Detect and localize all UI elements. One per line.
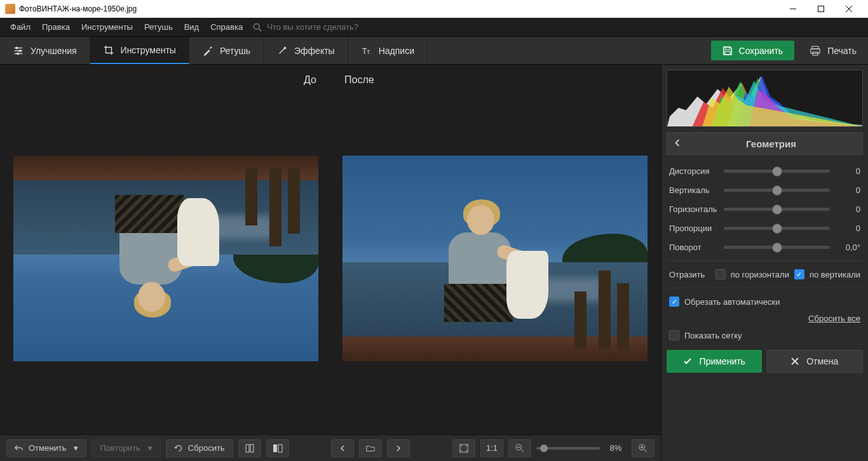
zoom-in-button[interactable] xyxy=(632,439,654,457)
tab-tools[interactable]: Инструменты xyxy=(90,37,189,64)
menu-retouch[interactable]: Ретушь xyxy=(139,20,178,34)
minimize-button[interactable] xyxy=(779,0,807,18)
after-view: После xyxy=(336,71,654,428)
tab-enhance-label: Улучшения xyxy=(31,46,77,56)
chevron-left-icon xyxy=(674,139,681,147)
save-label: Сохранить xyxy=(739,46,783,56)
slider-horizontal-track[interactable] xyxy=(724,208,830,211)
flip-horizontal-label: по горизонтали xyxy=(731,270,789,279)
slider-distortion-track[interactable] xyxy=(724,170,830,173)
history-button[interactable] xyxy=(238,439,261,457)
nav-next-button[interactable] xyxy=(387,439,410,457)
slider-proportions-value[interactable]: 0 xyxy=(835,224,860,233)
menu-search[interactable] xyxy=(253,22,394,32)
search-input[interactable] xyxy=(267,22,394,32)
menu-view[interactable]: Вид xyxy=(179,20,205,34)
undo-icon xyxy=(15,444,24,453)
tab-effects[interactable]: Эффекты xyxy=(264,37,348,64)
tab-tools-label: Инструменты xyxy=(121,45,176,55)
panel-back-button[interactable] xyxy=(674,139,686,149)
zoom-in-icon xyxy=(639,444,648,453)
panel-header: Геометрия xyxy=(667,132,863,155)
slider-rotate: Поворот 0,0° xyxy=(667,237,863,257)
cancel-button[interactable]: Отмена xyxy=(767,350,864,373)
before-view: До xyxy=(6,71,325,428)
print-label: Печать xyxy=(827,46,857,56)
slider-distortion-label: Дисторсия xyxy=(669,166,719,176)
reset-button[interactable]: Сбросить xyxy=(166,439,233,457)
redo-button[interactable]: Повторить▾ xyxy=(92,439,160,457)
slider-rotate-value[interactable]: 0,0° xyxy=(835,243,860,252)
slider-vertical: Вертикаль 0 xyxy=(667,180,863,199)
zoom-out-button[interactable] xyxy=(508,439,531,457)
svg-point-4 xyxy=(254,23,260,29)
autocrop-label: Обрезать автоматически xyxy=(684,297,780,307)
after-image[interactable] xyxy=(342,156,648,361)
slider-distortion-value[interactable]: 0 xyxy=(835,166,860,176)
tab-enhance[interactable]: Улучшения xyxy=(0,37,90,64)
menu-file[interactable]: Файл xyxy=(5,20,36,34)
compare-button[interactable] xyxy=(266,439,289,457)
slider-horizontal-value[interactable]: 0 xyxy=(835,204,860,214)
autocrop-row: Обрезать автоматически xyxy=(667,292,863,311)
svg-rect-18 xyxy=(812,46,818,49)
sliders-icon xyxy=(13,45,24,57)
close-button[interactable] xyxy=(835,0,863,18)
maximize-button[interactable] xyxy=(807,0,835,18)
nav-prev-button[interactable] xyxy=(331,439,354,457)
after-label: После xyxy=(336,71,654,89)
save-button[interactable]: Сохранить xyxy=(711,41,795,60)
undo-button[interactable]: Отменить▾ xyxy=(6,439,86,457)
tab-retouch-label: Ретушь xyxy=(220,46,250,56)
tab-effects-label: Эффекты xyxy=(294,46,335,56)
slider-proportions-track[interactable] xyxy=(724,227,830,230)
menu-tools[interactable]: Инструменты xyxy=(76,20,138,34)
folder-icon xyxy=(366,444,375,453)
slider-rotate-label: Поворот xyxy=(669,243,719,252)
panel-title: Геометрия xyxy=(686,138,856,149)
svg-point-9 xyxy=(16,47,18,49)
open-folder-button[interactable] xyxy=(359,439,382,457)
zoom-slider[interactable] xyxy=(536,447,600,450)
print-button[interactable]: Печать xyxy=(798,37,868,64)
grid-checkbox[interactable] xyxy=(669,330,679,340)
slider-proportions: Пропорции 0 xyxy=(667,218,863,237)
slider-vertical-value[interactable]: 0 xyxy=(835,185,860,195)
tab-captions[interactable]: TT Надписи xyxy=(348,37,428,64)
check-icon xyxy=(683,357,692,366)
flip-vertical-label: по вертикали xyxy=(810,270,860,279)
tab-retouch[interactable]: Ретушь xyxy=(189,37,264,64)
reset-all-link[interactable]: Сбросить все xyxy=(667,311,863,326)
reset-label: Сбросить xyxy=(188,443,225,453)
slider-vertical-track[interactable] xyxy=(724,189,830,192)
slider-rotate-track[interactable] xyxy=(724,246,830,249)
redo-label: Повторить xyxy=(100,443,140,453)
chevron-right-icon xyxy=(395,445,402,451)
flip-label: Отразить xyxy=(669,270,705,279)
svg-line-28 xyxy=(521,449,524,451)
menu-help[interactable]: Справка xyxy=(205,20,248,34)
brush-icon xyxy=(202,45,214,57)
slider-vertical-label: Вертикаль xyxy=(669,185,719,195)
menu-edit[interactable]: Правка xyxy=(37,20,75,34)
histogram[interactable] xyxy=(667,70,863,127)
svg-line-13 xyxy=(280,48,285,53)
slider-horizontal: Горизонталь 0 xyxy=(667,199,863,218)
app-logo-icon xyxy=(5,4,15,14)
fit-screen-button[interactable] xyxy=(452,439,475,457)
compare-icon xyxy=(273,443,283,453)
svg-point-10 xyxy=(19,50,21,51)
flip-vertical-checkbox[interactable] xyxy=(794,269,804,279)
flip-horizontal-checkbox[interactable] xyxy=(715,269,726,279)
menubar: Файл Правка Инструменты Ретушь Вид Справ… xyxy=(0,18,868,37)
apply-button[interactable]: Применить xyxy=(667,350,762,373)
before-image[interactable] xyxy=(13,156,318,361)
tabbar: Улучшения Инструменты Ретушь Эффекты TT … xyxy=(0,37,868,65)
bottombar: Отменить▾ Повторить▾ Сбросить 1:1 8% xyxy=(0,434,661,461)
search-icon xyxy=(253,23,262,32)
slider-proportions-label: Пропорции xyxy=(669,224,719,233)
zoom-ratio-button[interactable]: 1:1 xyxy=(480,439,503,457)
svg-rect-24 xyxy=(278,444,282,452)
save-icon xyxy=(722,46,733,56)
autocrop-checkbox[interactable] xyxy=(669,297,679,307)
